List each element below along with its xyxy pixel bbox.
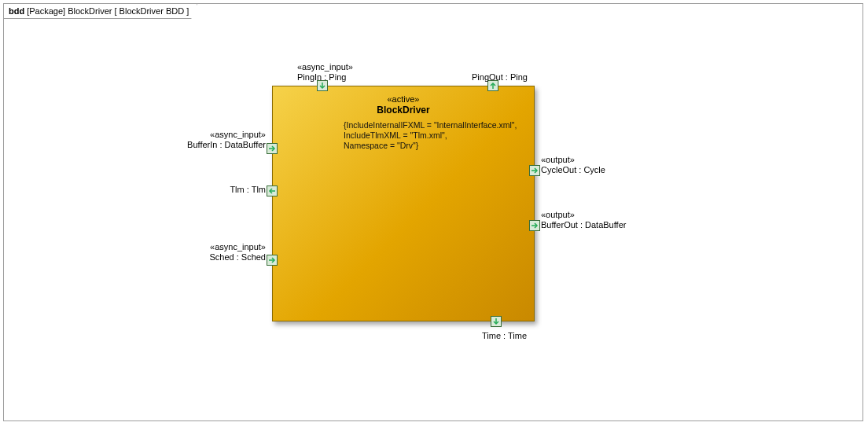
block-prop-line: IncludeTlmXML = "Tlm.xml", [344,130,534,141]
port-stereotype: «async_input» [181,130,266,140]
frame-title-tab: bdd [Package] BlockDriver [ BlockDriver … [3,3,197,19]
port-label-text: Sched : Sched [209,252,266,262]
arrow-down-icon [492,318,500,325]
label-bufferin: «async_input» BufferIn : DataBuffer [181,130,266,150]
port-label-text: CycleOut : Cycle [541,165,605,174]
arrow-left-icon [268,187,276,195]
arrow-right-icon [268,256,276,264]
block-prop-line: Namespace = "Drv"} [344,141,534,151]
arrow-right-icon [531,167,539,174]
port-bufferout[interactable] [529,220,540,231]
block-prop-line: {IncludeInternalIFXML = "InternalInterfa… [344,120,534,130]
port-bufferin[interactable] [267,143,278,154]
label-sched: «async_input» Sched : Sched [207,242,266,263]
arrow-up-icon [489,82,497,90]
port-tlm[interactable] [267,185,278,196]
arrow-down-icon [318,82,326,90]
label-pingin: «async_input» PingIn : Ping [297,62,353,83]
port-stereotype: «output» [541,155,605,165]
arrow-right-icon [268,145,276,152]
port-stereotype: «async_input» [207,242,266,252]
port-label-text: BufferOut : DataBuffer [541,220,626,230]
port-cycleout[interactable] [529,165,540,176]
bdd-frame: bdd [Package] BlockDriver [ BlockDriver … [3,3,863,421]
label-tlm: Tlm : Tlm [228,185,266,195]
frame-title-text: [Package] BlockDriver [ BlockDriver BDD … [24,6,189,16]
port-stereotype: «output» [541,210,626,220]
block-stereotype: «active» [273,94,534,104]
label-time: Time : Time [482,331,527,341]
arrow-right-icon [531,222,539,230]
port-label-text: Time : Time [482,331,527,340]
block-properties: {IncludeInternalIFXML = "InternalInterfa… [344,120,534,151]
port-stereotype: «async_input» [297,62,353,72]
block-name: BlockDriver [273,105,534,116]
port-label-text: BufferIn : DataBuffer [187,140,266,149]
frame-kind: bdd [9,6,24,16]
port-label-text: PingOut : Ping [472,72,528,82]
port-sched[interactable] [267,255,278,266]
block-blockdriver[interactable]: «active» BlockDriver {IncludeInternalIFX… [272,86,535,321]
port-label-text: Tlm : Tlm [230,185,266,194]
label-bufferout: «output» BufferOut : DataBuffer [541,210,626,230]
label-cycleout: «output» CycleOut : Cycle [541,155,605,175]
port-time[interactable] [491,316,502,327]
port-label-text: PingIn : Ping [297,72,346,82]
label-pingout: PingOut : Ping [472,72,528,83]
